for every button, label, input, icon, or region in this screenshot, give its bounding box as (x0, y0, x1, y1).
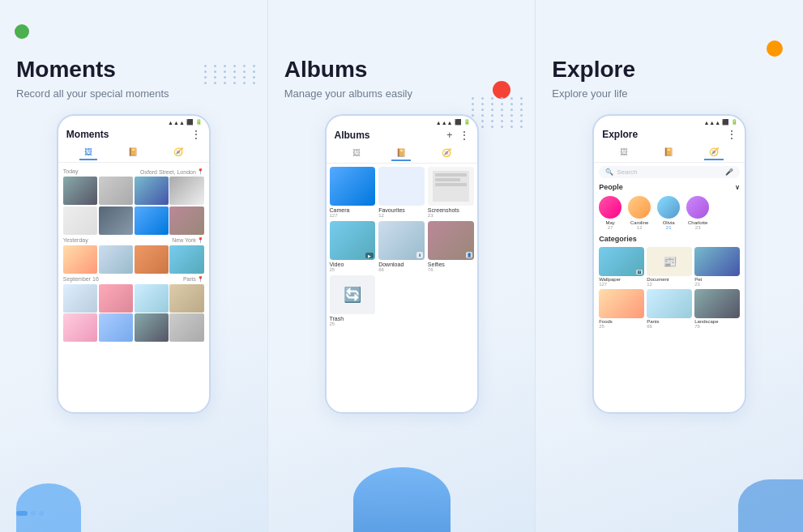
explore-search-bar[interactable]: 🔍 Search 🎤 (599, 166, 740, 178)
search-icon: 🔍 (605, 168, 613, 176)
cat-count-pet: 23 (694, 282, 740, 287)
people-label: People (599, 183, 623, 191)
cat-pet[interactable]: Pet 23 (694, 247, 740, 287)
tab-photos-3[interactable]: 🖼 (615, 145, 633, 160)
explore-more-icon[interactable]: ⋮ (727, 129, 737, 140)
albums-subtitle: Manage your albums easily (284, 87, 412, 100)
cat-thumb-wallpaper: 🖼 (599, 247, 644, 276)
paris-location: Paris 📍 (183, 276, 204, 283)
explore-accent-dot (767, 40, 783, 57)
moments-subtitle: Record all your special moments (16, 87, 169, 100)
section-yesterday: Yesterday New York 📍 (63, 237, 204, 244)
person-olivia[interactable]: Olivia 21 (657, 196, 680, 230)
cat-thumb-pet (694, 247, 740, 276)
albums-accent-dot (493, 81, 510, 99)
photo-cell (169, 177, 203, 205)
photo-cell (135, 313, 169, 342)
moments-phone-header: Moments ⋮ (58, 127, 209, 143)
albums-more-icon[interactable]: ⋮ (459, 130, 469, 141)
moments-phone-wrapper: ▲▲▲⬛🔋 Moments ⋮ 🖼 📔 🧭 (16, 114, 251, 504)
photo-cell (63, 177, 97, 205)
tab-explore-3[interactable]: 🧭 (704, 145, 724, 160)
tab-explore[interactable]: 🧭 (169, 145, 188, 160)
albums-add-icon[interactable]: + (446, 129, 453, 141)
categories-grid: 🖼 Wallpaper 127 📰 Document 12 (594, 245, 745, 331)
tab-albums-2[interactable]: 📔 (391, 146, 411, 161)
moments-phone-tabs: 🖼 📔 🧭 (58, 143, 209, 163)
oxford-location: Oxford Street, London 📍 (140, 168, 204, 175)
album-video[interactable]: ▶ Video 25 (330, 221, 376, 272)
album-download[interactable]: ⬇ Download 66 (378, 221, 425, 272)
album-camera[interactable]: Camera 127 (330, 167, 376, 218)
album-name-favourites: Favourites (378, 207, 425, 213)
moments-phone: ▲▲▲⬛🔋 Moments ⋮ 🖼 📔 🧭 (57, 114, 211, 414)
tab-albums-3[interactable]: 📔 (659, 145, 678, 160)
sept16-label: September 16 (63, 276, 99, 283)
cat-foods[interactable]: Foods 25 (599, 289, 644, 329)
person-count-charlotte: 23 (695, 225, 701, 230)
cat-thumb-landscape (694, 289, 740, 318)
photo-cell (63, 245, 97, 274)
yesterday-label: Yesterday (63, 237, 88, 244)
tab-photos[interactable]: 🖼 (79, 145, 97, 160)
album-name-selfies: Selfies (428, 262, 474, 267)
explore-panel: Explore Explore your life ▲▲▲⬛🔋 Explore … (536, 0, 803, 532)
album-thumb-trash: 🔄 (330, 275, 376, 314)
photo-cell (63, 284, 97, 313)
tab-albums[interactable]: 📔 (123, 145, 143, 160)
today-label: Today (63, 168, 79, 175)
section-today: Today Oxford Street, London 📍 (63, 168, 204, 175)
categories-label: Categories (599, 235, 637, 243)
sept16-photo-grid (63, 284, 204, 343)
photos-tab-icon: 🖼 (84, 147, 92, 156)
album-trash[interactable]: 🔄 Trash 25 (330, 275, 376, 326)
tab-photos-2[interactable]: 🖼 (348, 146, 365, 161)
explore-title: Explore (552, 57, 635, 83)
blob-bottom-left (16, 483, 81, 532)
photo-cell (135, 206, 169, 235)
cat-landscape[interactable]: Landscape 76 (694, 289, 740, 329)
location-icon-3: 📍 (197, 276, 204, 283)
albums-title: Albums (284, 57, 368, 83)
person-may[interactable]: May 27 (599, 196, 621, 230)
person-charlotte[interactable]: Charlotte 23 (686, 196, 709, 230)
moments-panel: Moments Record all your special moments … (0, 0, 267, 532)
photo-cell (135, 284, 169, 313)
moments-more-icon[interactable]: ⋮ (191, 129, 201, 140)
album-selfies[interactable]: 👤 Selfies 76 (428, 221, 474, 272)
album-count-video: 25 (330, 267, 376, 272)
album-name-screenshots: Screenshots (428, 207, 474, 213)
cat-document[interactable]: 📰 Document 12 (647, 247, 692, 287)
tab-explore-2[interactable]: 🧭 (437, 146, 456, 161)
yesterday-photo-grid (63, 245, 204, 274)
photo-cell (99, 206, 133, 235)
cat-thumb-foods (599, 289, 644, 318)
cat-wallpaper[interactable]: 🖼 Wallpaper 127 (599, 247, 644, 287)
cat-count-landscape: 76 (694, 324, 740, 329)
explore-tab-icon-3: 🧭 (709, 147, 719, 156)
phone-status-bar: ▲▲▲⬛🔋 (58, 116, 209, 127)
moments-content: Today Oxford Street, London 📍 (58, 163, 209, 412)
photo-cell (63, 313, 97, 342)
photo-cell (99, 177, 133, 205)
explore-tab-icon-2: 🧭 (442, 148, 451, 157)
album-count-camera: 127 (330, 213, 376, 218)
photo-cell (99, 284, 133, 313)
person-caroline[interactable]: Caroline 12 (628, 196, 651, 230)
photo-cell (99, 245, 133, 274)
albums-panel: Albums Manage your albums easily ▲▲▲⬛🔋 A… (268, 0, 536, 532)
album-name-video: Video (330, 262, 376, 267)
cat-count-wallpaper: 127 (599, 282, 644, 287)
photo-cell (169, 245, 203, 274)
album-thumb-screenshots (428, 167, 474, 206)
people-row: May 27 Caroline 12 Olivia 21 (594, 193, 745, 233)
cat-count-pants: 66 (647, 324, 692, 329)
album-favourites[interactable]: Favourites 12 (378, 167, 425, 218)
albums-phone-tabs: 🖼 📔 🧭 (327, 144, 477, 164)
explore-phone-title: Explore (602, 129, 638, 140)
dot-pattern-albums (472, 97, 527, 128)
albums-tab-icon: 📔 (128, 147, 138, 156)
album-screenshots[interactable]: Screenshots 23 (428, 167, 474, 218)
album-name-download: Download (378, 262, 425, 267)
cat-pants[interactable]: Pants 66 (647, 289, 692, 329)
